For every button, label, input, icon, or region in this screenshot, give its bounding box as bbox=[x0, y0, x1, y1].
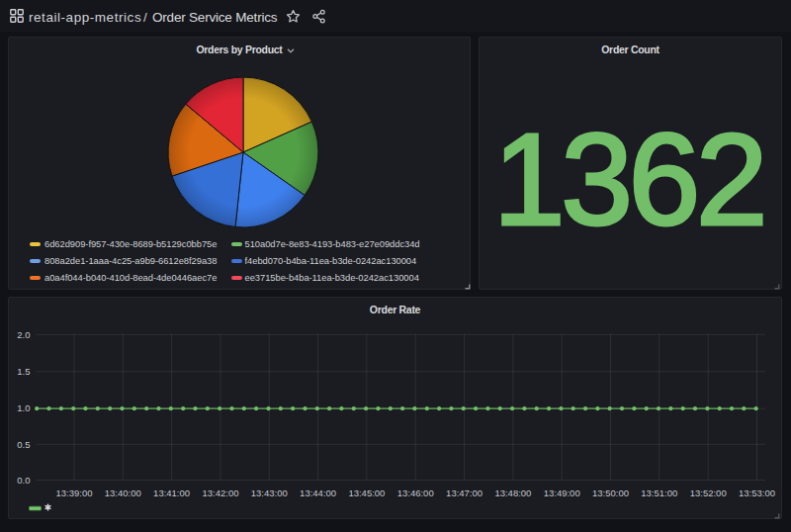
svg-text:13:50:00: 13:50:00 bbox=[592, 488, 629, 498]
svg-text:13:51:00: 13:51:00 bbox=[641, 488, 677, 498]
svg-text:13:41:00: 13:41:00 bbox=[153, 488, 190, 498]
svg-text:1.0: 1.0 bbox=[17, 402, 30, 413]
svg-text:13:49:00: 13:49:00 bbox=[544, 488, 580, 498]
svg-text:0.5: 0.5 bbox=[17, 439, 30, 450]
svg-text:13:44:00: 13:44:00 bbox=[300, 488, 336, 498]
svg-text:13:39:00: 13:39:00 bbox=[56, 488, 93, 498]
svg-text:13:52:00: 13:52:00 bbox=[690, 488, 727, 498]
svg-text:13:42:00: 13:42:00 bbox=[203, 488, 239, 498]
svg-text:13:46:00: 13:46:00 bbox=[397, 488, 434, 498]
svg-text:1.5: 1.5 bbox=[17, 366, 30, 377]
svg-text:13:43:00: 13:43:00 bbox=[251, 488, 288, 498]
svg-text:13:53:00: 13:53:00 bbox=[739, 488, 775, 498]
svg-text:0.0: 0.0 bbox=[17, 475, 30, 486]
svg-text:13:48:00: 13:48:00 bbox=[494, 488, 531, 498]
svg-text:13:47:00: 13:47:00 bbox=[446, 488, 483, 498]
svg-text:2.0: 2.0 bbox=[17, 329, 30, 340]
svg-text:13:40:00: 13:40:00 bbox=[105, 488, 141, 498]
svg-text:13:45:00: 13:45:00 bbox=[348, 488, 385, 498]
